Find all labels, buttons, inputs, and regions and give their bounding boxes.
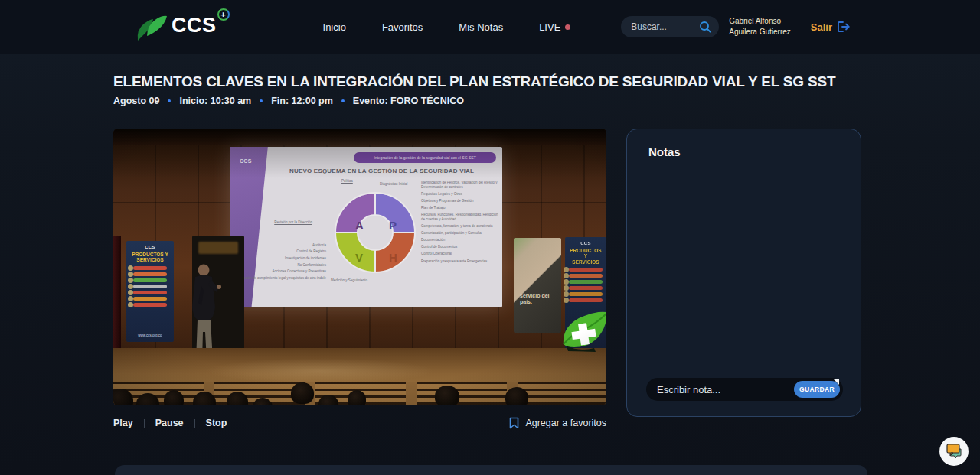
slide-labels-right: Identificación de Peligros, Valoración d… [421, 181, 499, 266]
slide-label: Preparación y respuesta ante Emergencias [421, 259, 499, 264]
player-controls: Play Pause Stop Agregar a favoritos [113, 417, 606, 429]
slide-label: Revisión por la Dirección [234, 220, 326, 225]
search-input[interactable]: Buscar... [621, 16, 719, 37]
ccs-leaf-statue [556, 304, 606, 355]
slide-label: No Conformidades [234, 263, 326, 268]
banner-title-line2: SERVICIOS [129, 257, 171, 262]
cycle-letter-p: P [389, 219, 397, 232]
banner-product-rows [129, 266, 171, 307]
audience-head [435, 386, 459, 405]
slide-label: Control de Registro [234, 249, 326, 254]
slide-topic-text: Integración de la gestión de la segurida… [374, 155, 475, 160]
event-end-time: Fin: 12:00 pm [271, 96, 333, 106]
phva-cycle-diagram: A P H V [332, 190, 418, 275]
banner-right-text: servicio del país. [520, 293, 561, 306]
event-date: Agosto 09 [113, 96, 159, 106]
slide-label: Plan de Trabajo [421, 206, 499, 210]
chat-bubbles-icon [945, 443, 963, 460]
user-name-line1: Gabriel Alfonso [729, 16, 791, 28]
stop-button[interactable]: Stop [206, 418, 227, 428]
slide-label: Control Operacional [421, 252, 499, 256]
audience-head [164, 390, 184, 405]
save-note-button[interactable]: GUARDAR [794, 381, 840, 398]
search-placeholder: Buscar... [631, 21, 699, 32]
event-meta: Agosto 09 Inicio: 10:30 am Fin: 12:00 pm… [113, 96, 464, 106]
play-button[interactable]: Play [113, 418, 133, 428]
notes-title: Notas [648, 145, 681, 158]
slide-label-politica: Política [341, 179, 353, 184]
logout-label: Salir [811, 21, 832, 33]
banner-ccs-logo: CCS [568, 241, 603, 246]
logo-plus-icon: + [217, 8, 230, 21]
user-name: Gabriel Alfonso Aguilera Gutierrez [729, 16, 791, 38]
ccs-logo[interactable]: CCS + [135, 10, 230, 44]
nav-item-favoritos[interactable]: Favoritos [382, 21, 423, 33]
stage-ceiling [113, 129, 606, 145]
slide-labels-left: Revisión por la Dirección Auditoría Cont… [234, 220, 326, 282]
logo-text: CCS [172, 10, 217, 41]
note-input[interactable]: Escribir nota... GUARDAR [646, 378, 843, 401]
notes-divider [648, 168, 840, 168]
banner-title-line1: PRODUCTOS Y [568, 248, 603, 259]
banner-product-rows [568, 268, 603, 302]
products-banner-left: CCS PRODUCTOS Y SERVICIOS www.ccs.org.co [126, 241, 174, 342]
nav-links: Inicio Favoritos Mis Notas LIVE [323, 21, 571, 33]
page-title: ELEMENTOS CLAVES EN LA INTEGRACIÓN DEL P… [113, 73, 835, 90]
search-icon[interactable] [699, 21, 711, 33]
slide-label-diagnostico: Diagnóstico Inicial [380, 182, 407, 187]
meta-separator-dot [168, 99, 171, 102]
live-indicator-dot [565, 24, 570, 30]
banner-title-line1: PRODUCTOS Y [129, 252, 171, 257]
event-type: Evento: FORO TÉCNICO [353, 96, 464, 106]
slide-title: NUEVO ESQUEMA EN LA GESTIÓN DE LA SEGURI… [289, 168, 474, 174]
audience-head [348, 390, 366, 405]
floor-reflection [205, 358, 435, 384]
slide-label: Auditoría [234, 243, 326, 248]
nav-item-mis-notas[interactable]: Mis Notas [459, 21, 503, 33]
projection-screen: CCS Integración de la gestión de la segu… [230, 147, 502, 307]
control-separator [144, 419, 145, 428]
banner-url: www.ccs.org.co [126, 333, 174, 337]
video-player[interactable]: CCS Integración de la gestión de la segu… [113, 129, 606, 405]
control-separator [194, 419, 195, 428]
nav-item-live[interactable]: LIVE [539, 21, 570, 33]
event-start-time: Inicio: 10:30 am [179, 96, 251, 106]
banner-title: PRODUCTOS Y SERVICIOS [129, 252, 171, 263]
add-to-favorites-button[interactable]: Agregar a favoritos [509, 417, 606, 429]
meta-separator-dot [260, 99, 263, 102]
banner-title-line2: SERVICIOS [568, 259, 603, 265]
banner-title: PRODUCTOS Y SERVICIOS [568, 248, 603, 265]
banner-ccs-logo: CCS [129, 245, 171, 249]
slide-label: Comunicación, participación y Consulta [421, 231, 499, 236]
notes-panel: Notas Escribir nota... GUARDAR [626, 129, 861, 417]
slide-label-medicion: Medición y Seguimiento [329, 278, 369, 283]
logout-button[interactable]: Salir [811, 21, 851, 33]
slide-label: Control de Documentos [421, 245, 499, 249]
slide-label: Acciones Correctivas y Preventivas [234, 269, 326, 274]
comments-section-panel [115, 465, 867, 475]
slide-topic-pill: Integración de la gestión de la segurida… [354, 152, 496, 163]
cycle-letter-a: A [355, 219, 364, 232]
slide-label: Investigación de incidentes [234, 256, 326, 261]
slide-label: Documentación [421, 238, 499, 242]
pause-button[interactable]: Pause [155, 418, 184, 428]
favorites-label: Agregar a favoritos [525, 418, 606, 428]
user-name-line2: Aguilera Gutierrez [729, 27, 791, 38]
live-label: LIVE [539, 21, 560, 33]
audience-head [505, 387, 528, 405]
leaf-logo-icon [135, 13, 170, 44]
meta-separator-dot [341, 99, 345, 102]
top-navigation: CCS + Inicio Favoritos Mis Notas LIVE Bu… [0, 0, 980, 54]
services-banner-right: servicio del país. [514, 238, 561, 333]
nav-item-inicio[interactable]: Inicio [323, 21, 346, 33]
slide-label: Objetivos y Programas de Gestión [421, 199, 499, 203]
audience-head [291, 382, 314, 404]
logout-icon [837, 21, 851, 33]
bookmark-icon [509, 417, 519, 429]
slide-label: Evaluación de cumplimiento legal y requi… [234, 276, 326, 281]
chat-button[interactable] [939, 437, 969, 466]
slide-label: Competencia, formación, y toma de concie… [421, 224, 499, 229]
cycle-letter-h: H [389, 251, 397, 264]
note-input-placeholder: Escribir nota... [657, 384, 794, 395]
slide-label: Identificación de Peligros, Valoración d… [421, 181, 499, 189]
